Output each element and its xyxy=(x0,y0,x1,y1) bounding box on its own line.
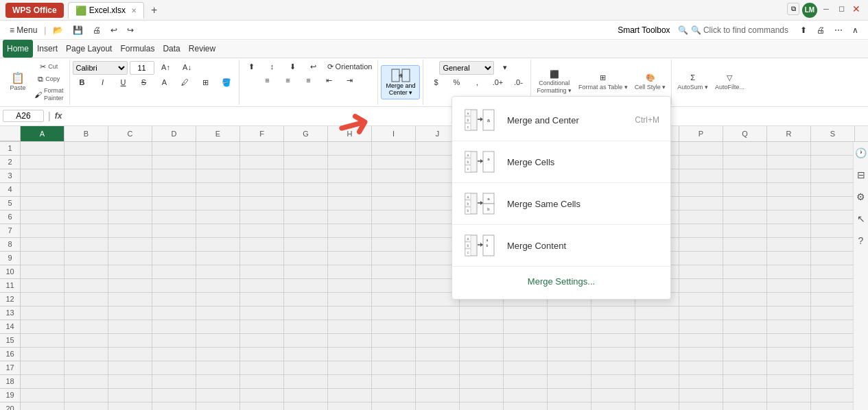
cell-H19[interactable] xyxy=(328,389,372,402)
cell-I7[interactable] xyxy=(372,224,416,238)
paste-button[interactable]: 📋 Paste xyxy=(5,71,30,93)
cell-H2[interactable] xyxy=(328,156,372,169)
cell-A9[interactable] xyxy=(21,252,64,265)
cell-R18[interactable] xyxy=(767,375,811,389)
cell-D20[interactable] xyxy=(152,402,196,410)
row-header-7[interactable]: 7 xyxy=(0,224,20,238)
cell-H15[interactable] xyxy=(328,334,372,348)
cell-Q8[interactable] xyxy=(723,238,767,252)
close-button[interactable]: ✕ xyxy=(850,3,863,15)
format-painter-button[interactable]: 🖌 FormatPainter xyxy=(32,86,67,104)
cell-I10[interactable] xyxy=(372,265,416,279)
cell-S9[interactable] xyxy=(811,252,853,265)
cell-D12[interactable] xyxy=(152,293,196,306)
cell-J18[interactable] xyxy=(416,375,460,389)
cell-B3[interactable] xyxy=(64,169,108,183)
cell-A13[interactable] xyxy=(21,306,64,320)
cell-D3[interactable] xyxy=(152,169,196,183)
grid-wrapper[interactable] xyxy=(21,142,853,410)
cell-K19[interactable] xyxy=(460,389,504,402)
cell-G12[interactable] xyxy=(284,293,328,306)
row-header-9[interactable]: 9 xyxy=(0,252,20,265)
cell-H10[interactable] xyxy=(328,265,372,279)
cell-F5[interactable] xyxy=(240,197,284,210)
cell-F13[interactable] xyxy=(240,306,284,320)
new-tab-button[interactable]: + xyxy=(148,4,160,16)
cell-B18[interactable] xyxy=(64,375,108,389)
cell-G3[interactable] xyxy=(284,169,328,183)
cell-H6[interactable] xyxy=(328,210,372,224)
cell-O20[interactable] xyxy=(635,402,679,410)
cell-E13[interactable] xyxy=(196,306,240,320)
cell-Q16[interactable] xyxy=(723,348,767,361)
decimal-decrease[interactable]: .0- xyxy=(508,77,528,88)
cell-P2[interactable] xyxy=(679,156,723,169)
cell-I20[interactable] xyxy=(372,402,416,410)
borders-button[interactable]: ⊞ xyxy=(196,77,215,88)
cell-N20[interactable] xyxy=(591,402,635,410)
cell-Q18[interactable] xyxy=(723,375,767,389)
cell-K14[interactable] xyxy=(460,320,504,334)
cell-F18[interactable] xyxy=(240,375,284,389)
cell-I1[interactable] xyxy=(372,142,416,156)
row-header-12[interactable]: 12 xyxy=(0,293,20,306)
orientation-button[interactable]: ⟳ Orientation xyxy=(325,61,375,73)
cell-G9[interactable] xyxy=(284,252,328,265)
comma-button[interactable]: , xyxy=(467,77,486,88)
cell-E14[interactable] xyxy=(196,320,240,334)
cell-M18[interactable] xyxy=(548,375,591,389)
cell-D15[interactable] xyxy=(152,334,196,348)
cell-Q2[interactable] xyxy=(723,156,767,169)
row-header-11[interactable]: 11 xyxy=(0,279,20,293)
bold-button[interactable]: B xyxy=(73,77,92,88)
cell-O17[interactable] xyxy=(635,361,679,375)
cell-D1[interactable] xyxy=(152,142,196,156)
cell-R19[interactable] xyxy=(767,389,811,402)
cell-H16[interactable] xyxy=(328,348,372,361)
cell-E17[interactable] xyxy=(196,361,240,375)
cell-C11[interactable] xyxy=(108,279,152,293)
cell-M19[interactable] xyxy=(548,389,591,402)
cell-C17[interactable] xyxy=(108,361,152,375)
cell-L13[interactable] xyxy=(504,306,548,320)
cell-Q17[interactable] xyxy=(723,361,767,375)
cell-E3[interactable] xyxy=(196,169,240,183)
cell-I6[interactable] xyxy=(372,210,416,224)
cell-O15[interactable] xyxy=(635,334,679,348)
row-header-16[interactable]: 16 xyxy=(0,348,20,361)
align-top-button[interactable]: ⬆ xyxy=(242,61,261,73)
cell-C16[interactable] xyxy=(108,348,152,361)
cell-H3[interactable] xyxy=(328,169,372,183)
cell-R14[interactable] xyxy=(767,320,811,334)
cell-Q1[interactable] xyxy=(723,142,767,156)
cell-C12[interactable] xyxy=(108,293,152,306)
cell-H20[interactable] xyxy=(328,402,372,410)
copy-button[interactable]: ⧉ Copy xyxy=(32,73,67,85)
cell-S1[interactable] xyxy=(811,142,853,156)
conditional-formatting-button[interactable]: ⬛ ConditionalFormatting ▾ xyxy=(534,69,574,96)
cell-B1[interactable] xyxy=(64,142,108,156)
cell-H14[interactable] xyxy=(328,320,372,334)
cell-D11[interactable] xyxy=(152,279,196,293)
cell-D16[interactable] xyxy=(152,348,196,361)
undo-button[interactable]: ↩ xyxy=(106,24,121,36)
cell-F16[interactable] xyxy=(240,348,284,361)
cell-I9[interactable] xyxy=(372,252,416,265)
cell-E10[interactable] xyxy=(196,265,240,279)
cell-B7[interactable] xyxy=(64,224,108,238)
cell-K13[interactable] xyxy=(460,306,504,320)
cell-N13[interactable] xyxy=(591,306,635,320)
cell-A4[interactable] xyxy=(21,183,64,197)
cell-R8[interactable] xyxy=(767,238,811,252)
cell-E9[interactable] xyxy=(196,252,240,265)
col-header-G[interactable]: G xyxy=(284,126,328,141)
cell-E6[interactable] xyxy=(196,210,240,224)
open-button[interactable]: 📂 xyxy=(49,24,67,36)
cell-I14[interactable] xyxy=(372,320,416,334)
row-header-20[interactable]: 20 xyxy=(0,402,20,410)
cell-L17[interactable] xyxy=(504,361,548,375)
col-header-B[interactable]: B xyxy=(64,126,108,141)
cell-A11[interactable] xyxy=(21,279,64,293)
cell-Q20[interactable] xyxy=(723,402,767,410)
cell-M17[interactable] xyxy=(548,361,591,375)
